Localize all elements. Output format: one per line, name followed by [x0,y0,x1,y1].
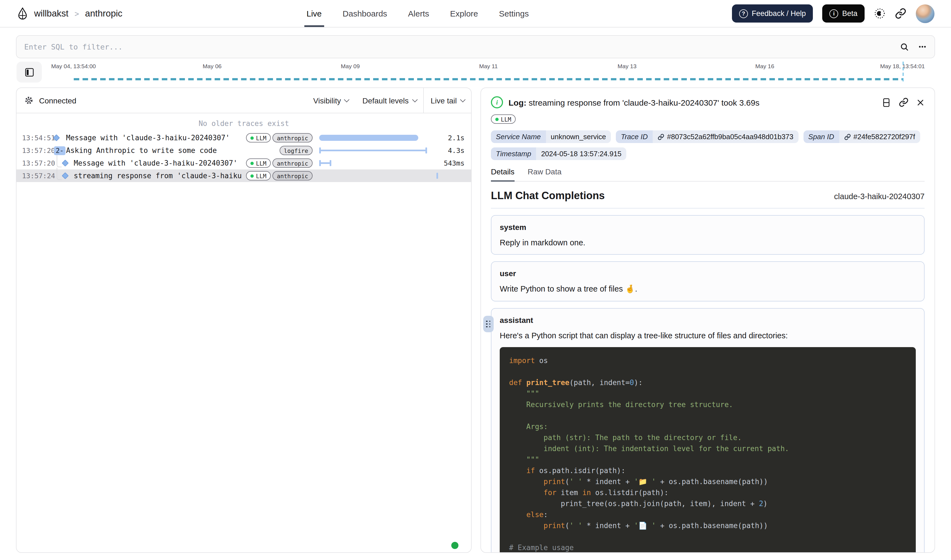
close-icon[interactable] [916,98,925,106]
duration-bar-track [318,157,440,169]
timeline-tick-label: May 04, 13:54:00 [51,63,96,69]
duration-bar-track [318,144,440,157]
message-text: Reply in markdown one. [500,238,916,247]
trace-timestamp: 13:57:20 [17,159,52,167]
detail-title: Log: streaming response from 'claude-3-h… [509,98,760,107]
theme-toggle-icon[interactable] [874,8,886,19]
meta-chip-value[interactable]: #8073c52a62ffb9ba05c4aa948d01b373 [653,130,798,143]
live-indicator-dot [451,542,458,549]
default-levels-dropdown[interactable]: Default levels [355,88,423,113]
main-content: Connected Visibility Default levels Live… [16,88,935,553]
tab-explore[interactable]: Explore [450,0,478,27]
code-token: * indent + [582,477,634,486]
code-token: print [544,477,565,486]
code-token: + os.path.basename(path)) [656,522,768,530]
feedback-help-button[interactable]: ? Feedback / Help [732,5,813,23]
trace-tags: LLManthropic [246,158,313,168]
link-icon [844,134,851,140]
share-link-icon[interactable] [895,8,906,19]
no-older-traces-message: No older traces exist [17,119,471,128]
settings-gear-icon[interactable] [24,96,34,105]
visibility-dropdown[interactable]: Visibility [306,88,355,113]
span-diamond-icon [53,134,60,141]
detail-tab-raw-data[interactable]: Raw Data [528,167,562,181]
timeline-track[interactable]: May 04, 13:54:00May 06May 09May 11May 13… [55,60,935,83]
trace-label: streaming response from 'claude-3-haiku-… [74,172,243,180]
code-token: 2 [759,500,763,508]
code-line: else: [509,509,906,520]
code-line: for item in os.listdir(path): [509,488,906,498]
tab-dashboards[interactable]: Dashboards [342,0,387,27]
code-line [509,366,906,377]
timeline-tick: May 13 [618,63,637,69]
reader-mode-icon[interactable] [882,97,891,108]
trace-row[interactable]: 13:57:202-Asking Anthropic to write some… [17,144,471,157]
code-line: """ [509,454,906,465]
code-block[interactable]: import os def print_tree(path, indent=0)… [500,347,916,553]
trace-row[interactable]: 13:54:51Message with 'claude-3-haiku-202… [17,131,471,144]
tab-alerts[interactable]: Alerts [408,0,429,27]
code-token: '📁 ' [634,477,656,486]
connection-status: Connected [39,96,76,105]
meta-chip-label: Trace ID [616,130,653,143]
duration-bar-track [318,131,440,144]
timeline-tick: May 11 [479,63,498,69]
detail-tab-details[interactable]: Details [491,167,515,181]
nav-tabs: LiveDashboardsAlertsExploreSettings [307,0,529,27]
code-line: Recursively prints the directory tree st… [509,399,906,410]
meta-chip-label: Timestamp [491,148,536,160]
llm-level-tag: LLM [491,114,516,124]
sidebar-toggle-button[interactable] [17,62,42,83]
message-card-system: systemReply in markdown one. [491,215,925,255]
meta-chip-label: Service Name [491,130,546,143]
code-token: os [535,357,548,365]
trace-timestamp: 13:57:20 [17,146,52,155]
copy-link-icon[interactable] [899,97,909,107]
trace-row[interactable]: 13:57:24streaming response from 'claude-… [17,169,471,182]
link-icon [658,134,664,140]
duration-bar-track [318,169,440,182]
chevron-down-icon [412,97,418,102]
code-token: print_tree [526,378,570,387]
detail-kind: Log: [509,98,526,107]
message-card-assistant: assistantHere's a Python script that can… [491,308,925,553]
code-line [509,531,906,542]
trace-timestamp: 13:57:24 [17,172,52,180]
tab-live[interactable]: Live [307,0,322,27]
llm-dot-icon [250,174,254,177]
beta-label: Beta [842,9,857,18]
tag-anthropic: anthropic [273,171,313,180]
live-tail-dropdown[interactable]: Live tail [424,88,471,113]
meta-chip-value[interactable]: #24fe5822720f297f [839,130,920,143]
code-token: : [544,511,548,519]
code-token: """ [509,389,539,398]
code-line: print(' ' * indent + '📁 ' + os.path.base… [509,476,906,488]
breadcrumb-project[interactable]: anthropic [85,8,122,19]
trace-row[interactable]: 13:57:20Message with 'claude-3-haiku-202… [17,157,471,169]
beta-button[interactable]: i Beta [822,5,865,23]
code-token: os.listdir(path): [591,488,668,497]
message-role: user [500,269,916,278]
code-line: def print_tree(path, indent=0): [509,377,906,388]
code-token [509,522,544,530]
panel-resize-handle[interactable] [483,316,494,332]
model-name: claude-3-haiku-20240307 [834,192,925,201]
code-token [509,477,544,486]
feedback-help-label: Feedback / Help [752,9,806,18]
collapse-toggle[interactable]: 2- [54,146,65,155]
code-token: ( [565,522,570,530]
code-token: # Example usage [509,543,574,552]
breadcrumb-org[interactable]: willbakst [34,8,68,19]
timeline-cursor[interactable] [903,62,904,82]
timeline-tick-label: May 11 [479,63,498,69]
search-icon[interactable] [900,42,909,51]
logfire-logo-icon[interactable] [17,7,29,20]
more-options-icon[interactable] [918,42,927,51]
breadcrumb-separator: > [75,9,79,18]
code-token: ( [565,477,570,486]
sql-filter-input[interactable] [24,42,900,51]
trace-label: Message with 'claude-3-haiku-20240307' [66,134,243,142]
llm-dot-icon [495,117,499,121]
tab-settings[interactable]: Settings [499,0,529,27]
user-avatar[interactable] [916,4,934,23]
